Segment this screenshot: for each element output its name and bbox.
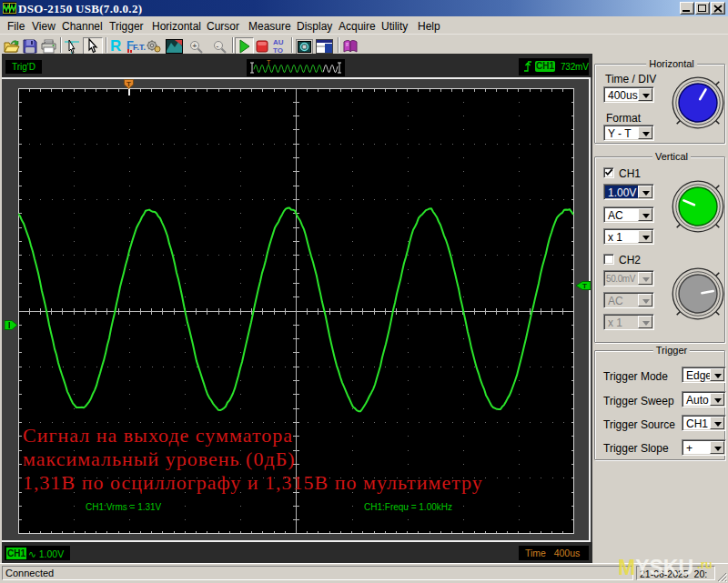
svg-text:-: -: [217, 42, 219, 50]
svg-text:максимальный уровень (0дБ): максимальный уровень (0дБ): [23, 447, 296, 470]
svg-text:Сигнал на выходе сумматора: Сигнал на выходе сумматора: [23, 424, 293, 447]
svg-text:1,31В по осциллографу и 1,315В: 1,31В по осциллографу и 1,315В по мульти…: [23, 471, 483, 494]
svg-text:CH1:Vrms = 1.31V: CH1:Vrms = 1.31V: [86, 502, 162, 512]
svg-text:CH1:Frequ = 1.00kHz: CH1:Frequ = 1.00kHz: [364, 502, 452, 512]
svg-text:T: T: [126, 80, 131, 88]
svg-text:+: +: [193, 42, 197, 50]
svg-text:T: T: [582, 282, 587, 290]
svg-text:T: T: [267, 59, 271, 65]
